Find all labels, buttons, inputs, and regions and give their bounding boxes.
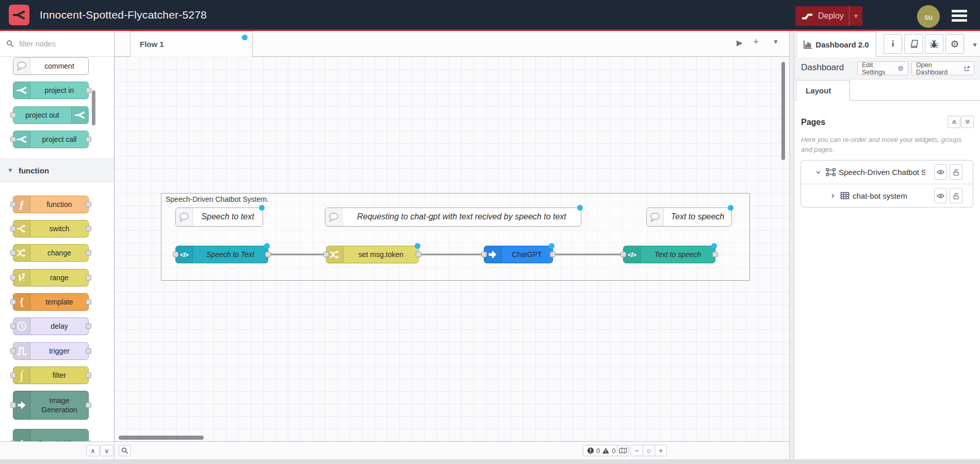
- collapse-all-button[interactable]: [948, 116, 960, 128]
- sidebar-menu-caret-icon[interactable]: ▼: [972, 41, 978, 49]
- palette-category-function[interactable]: ▼function: [0, 158, 113, 182]
- input-port[interactable]: [173, 252, 178, 258]
- input-port[interactable]: [10, 299, 16, 305]
- flow-node-text-to-speech[interactable]: </>Text to speech: [623, 246, 715, 263]
- palette-node-openai-ubos[interactable]: OpenAI Ubos: [13, 429, 89, 441]
- zoom-out-button[interactable]: −: [631, 445, 643, 456]
- user-avatar[interactable]: su: [917, 5, 940, 28]
- node-changed-dot: [549, 243, 554, 249]
- output-port[interactable]: [265, 252, 271, 258]
- palette-node-change[interactable]: change: [13, 244, 89, 262]
- issue-counts[interactable]: 0 0: [583, 445, 619, 456]
- input-port[interactable]: [10, 373, 16, 378]
- input-port[interactable]: [10, 348, 16, 354]
- output-port[interactable]: [86, 441, 91, 442]
- output-port[interactable]: [86, 275, 91, 281]
- input-port[interactable]: [10, 113, 16, 118]
- config-tab-button[interactable]: ⚙: [945, 34, 964, 54]
- open-dashboard-button[interactable]: Open Dashboard: [911, 61, 974, 75]
- tab-flow-1[interactable]: Flow 1: [130, 31, 253, 57]
- input-port[interactable]: [10, 441, 16, 442]
- comment-node[interactable]: Speech to text: [175, 207, 263, 227]
- output-port[interactable]: [86, 202, 91, 207]
- tree-row-speech-driven-chatbot-system[interactable]: Speech-Driven Chatbot System: [801, 161, 973, 184]
- flow-node-set-msg-token[interactable]: set msg.token: [326, 246, 419, 263]
- palette-node-project-out[interactable]: project out: [13, 106, 89, 124]
- input-port[interactable]: [10, 202, 16, 207]
- lock-toggle-button[interactable]: [950, 188, 962, 203]
- input-port[interactable]: [323, 252, 329, 258]
- palette-node-image-generation[interactable]: Image Generation: [13, 391, 89, 420]
- palette-collapse-down-button[interactable]: ∨: [100, 445, 113, 456]
- palette-node-range[interactable]: range: [13, 269, 89, 286]
- visibility-toggle-button[interactable]: [934, 188, 947, 203]
- app-logo-icon[interactable]: [9, 5, 29, 25]
- palette-scrollbar[interactable]: [92, 90, 95, 125]
- flow-canvas[interactable]: Speech-Driven Chatbot System.Speech to t…: [115, 57, 789, 441]
- output-port[interactable]: [86, 226, 91, 232]
- canvas-search-button[interactable]: [119, 445, 131, 456]
- output-port[interactable]: [86, 348, 91, 354]
- flow-group-speech-driven-chatbot[interactable]: Speech-Driven Chatbot System.: [161, 193, 750, 281]
- help-tab-button[interactable]: [904, 34, 923, 54]
- visibility-toggle-button[interactable]: [934, 164, 947, 180]
- output-port[interactable]: [86, 88, 91, 93]
- navigator-toggle-button[interactable]: [617, 445, 629, 456]
- comment-node[interactable]: Requesting to chat-gpt with text recived…: [325, 207, 581, 227]
- palette-node-switch[interactable]: switch: [13, 220, 89, 237]
- zoom-in-button[interactable]: +: [655, 445, 666, 456]
- main-menu-button[interactable]: [952, 10, 967, 24]
- input-port[interactable]: [10, 250, 16, 256]
- output-port[interactable]: [86, 324, 91, 329]
- tab-layout[interactable]: Layout: [796, 80, 850, 101]
- chevron-down-icon[interactable]: [814, 169, 822, 175]
- input-port[interactable]: [10, 226, 16, 232]
- tab-scroll-right-icon[interactable]: ▶: [737, 38, 743, 47]
- output-port[interactable]: [86, 299, 91, 305]
- expand-all-button[interactable]: [961, 116, 974, 128]
- palette-node-filter[interactable]: ∫filter: [13, 366, 89, 384]
- output-port[interactable]: [550, 252, 556, 258]
- comment-node[interactable]: Text to speech: [646, 207, 732, 227]
- tab-dashboard-2[interactable]: Dashboard 2.0: [796, 31, 876, 57]
- palette-node-project-in[interactable]: project in: [13, 82, 89, 99]
- canvas-vertical-scrollbar[interactable]: [781, 62, 785, 160]
- output-port[interactable]: [416, 252, 421, 258]
- output-port[interactable]: [86, 373, 91, 378]
- palette-filter-input[interactable]: [18, 39, 101, 49]
- sidebar-splitter[interactable]: [789, 31, 794, 459]
- deploy-options-arrow[interactable]: ▼: [849, 6, 862, 26]
- tree-row-chat-bot-system[interactable]: chat-bot system: [801, 184, 973, 207]
- input-port[interactable]: [10, 324, 16, 329]
- project-icon: [71, 107, 88, 123]
- output-port[interactable]: [86, 250, 91, 256]
- input-port[interactable]: [481, 252, 487, 258]
- debug-tab-button[interactable]: [925, 34, 943, 54]
- palette-node-delay[interactable]: delay: [13, 317, 89, 335]
- lock-toggle-button[interactable]: [950, 164, 962, 180]
- edit-settings-button[interactable]: Edit Settings ⚙: [857, 61, 908, 75]
- info-tab-button[interactable]: i: [884, 34, 902, 54]
- chevron-right-icon[interactable]: [829, 193, 836, 199]
- palette-node-trigger[interactable]: trigger: [13, 342, 89, 360]
- palette-node-comment[interactable]: comment: [13, 57, 89, 75]
- input-port[interactable]: [620, 252, 626, 258]
- canvas-horizontal-scrollbar[interactable]: [119, 436, 204, 440]
- palette-collapse-up-button[interactable]: ∧: [86, 445, 100, 456]
- palette-node-label: function: [30, 196, 88, 213]
- output-port[interactable]: [86, 403, 91, 408]
- input-port[interactable]: [10, 403, 16, 408]
- zoom-reset-button[interactable]: ○: [643, 445, 655, 456]
- palette-node-template[interactable]: {template: [13, 293, 89, 311]
- flow-node-chatgpt[interactable]: ChatGPT: [484, 246, 553, 263]
- flow-list-dropdown-icon[interactable]: ▼: [773, 38, 779, 45]
- output-port[interactable]: [86, 137, 91, 142]
- palette-node-project-call[interactable]: project call: [13, 131, 89, 148]
- deploy-button[interactable]: Deploy ▼: [795, 6, 862, 26]
- input-port[interactable]: [10, 137, 16, 142]
- flow-node-speech-to-text[interactable]: </>Speech to Text: [175, 246, 268, 263]
- palette-node-function[interactable]: ƒfunction: [13, 196, 89, 213]
- input-port[interactable]: [10, 275, 16, 281]
- add-flow-button[interactable]: +: [753, 36, 759, 47]
- output-port[interactable]: [712, 252, 718, 258]
